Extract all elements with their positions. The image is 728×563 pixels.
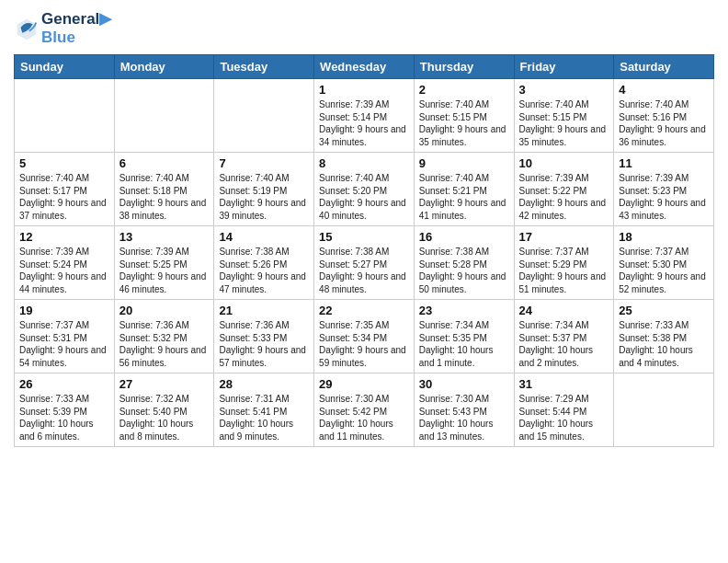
day-header-wednesday: Wednesday [314,55,415,79]
day-number: 11 [619,156,709,170]
day-number: 7 [219,156,309,170]
day-number: 23 [419,304,509,317]
day-number: 1 [319,83,409,97]
calendar-cell: 2Sunrise: 7:40 AM Sunset: 5:15 PM Daylig… [414,79,514,153]
calendar-cell: 6Sunrise: 7:40 AM Sunset: 5:18 PM Daylig… [114,153,214,226]
day-number: 27 [119,377,210,391]
day-number: 10 [519,156,609,170]
calendar-cell: 21Sunrise: 7:36 AM Sunset: 5:33 PM Dayli… [214,300,314,373]
calendar-cell: 24Sunrise: 7:34 AM Sunset: 5:37 PM Dayli… [514,300,614,373]
day-number: 5 [19,156,109,170]
calendar-cell: 8Sunrise: 7:40 AM Sunset: 5:20 PM Daylig… [314,153,415,226]
day-number: 13 [119,230,210,244]
logo-text: General▶ Blue [41,9,111,47]
calendar-week-row: 19Sunrise: 7:37 AM Sunset: 5:31 PM Dayli… [15,300,714,373]
cell-info: Sunrise: 7:34 AM Sunset: 5:35 PM Dayligh… [419,319,509,369]
calendar-cell: 15Sunrise: 7:38 AM Sunset: 5:27 PM Dayli… [314,226,415,300]
cell-info: Sunrise: 7:40 AM Sunset: 5:19 PM Dayligh… [219,172,309,222]
calendar-cell: 14Sunrise: 7:38 AM Sunset: 5:26 PM Dayli… [214,226,314,300]
day-number: 30 [419,377,509,391]
cell-info: Sunrise: 7:36 AM Sunset: 5:32 PM Dayligh… [119,319,210,369]
day-number: 26 [19,377,109,391]
calendar-cell: 3Sunrise: 7:40 AM Sunset: 5:15 PM Daylig… [514,79,614,153]
calendar-cell: 22Sunrise: 7:35 AM Sunset: 5:34 PM Dayli… [314,300,415,373]
cell-info: Sunrise: 7:30 AM Sunset: 5:42 PM Dayligh… [319,393,409,442]
day-number: 4 [619,83,709,97]
calendar-week-row: 5Sunrise: 7:40 AM Sunset: 5:17 PM Daylig… [15,153,714,226]
cell-info: Sunrise: 7:40 AM Sunset: 5:15 PM Dayligh… [419,98,509,148]
calendar-cell: 4Sunrise: 7:40 AM Sunset: 5:16 PM Daylig… [614,79,714,153]
day-number: 14 [219,230,309,244]
cell-info: Sunrise: 7:37 AM Sunset: 5:29 PM Dayligh… [519,246,609,295]
day-number: 24 [519,304,609,317]
calendar-cell: 18Sunrise: 7:37 AM Sunset: 5:30 PM Dayli… [614,226,714,300]
day-header-monday: Monday [114,55,214,79]
cell-info: Sunrise: 7:38 AM Sunset: 5:27 PM Dayligh… [319,246,409,295]
calendar-cell: 28Sunrise: 7:31 AM Sunset: 5:41 PM Dayli… [214,373,314,447]
calendar-cell: 11Sunrise: 7:39 AM Sunset: 5:23 PM Dayli… [614,153,714,226]
cell-info: Sunrise: 7:33 AM Sunset: 5:39 PM Dayligh… [19,393,109,442]
cell-info: Sunrise: 7:32 AM Sunset: 5:40 PM Dayligh… [119,393,210,442]
cell-info: Sunrise: 7:40 AM Sunset: 5:16 PM Dayligh… [619,98,709,148]
calendar-cell: 20Sunrise: 7:36 AM Sunset: 5:32 PM Dayli… [114,300,214,373]
cell-info: Sunrise: 7:34 AM Sunset: 5:37 PM Dayligh… [519,319,609,369]
day-number: 18 [619,230,709,244]
calendar-week-row: 1Sunrise: 7:39 AM Sunset: 5:14 PM Daylig… [15,79,714,153]
cell-info: Sunrise: 7:37 AM Sunset: 5:31 PM Dayligh… [19,319,109,369]
calendar-cell: 25Sunrise: 7:33 AM Sunset: 5:38 PM Dayli… [614,300,714,373]
day-number: 12 [19,230,109,244]
cell-info: Sunrise: 7:36 AM Sunset: 5:33 PM Dayligh… [219,319,309,369]
cell-info: Sunrise: 7:40 AM Sunset: 5:17 PM Dayligh… [19,172,109,222]
cell-info: Sunrise: 7:30 AM Sunset: 5:43 PM Dayligh… [419,393,509,442]
cell-info: Sunrise: 7:38 AM Sunset: 5:28 PM Dayligh… [419,246,509,295]
calendar-cell: 16Sunrise: 7:38 AM Sunset: 5:28 PM Dayli… [414,226,514,300]
cell-info: Sunrise: 7:39 AM Sunset: 5:22 PM Dayligh… [519,172,609,222]
cell-info: Sunrise: 7:35 AM Sunset: 5:34 PM Dayligh… [319,319,409,369]
calendar-week-row: 12Sunrise: 7:39 AM Sunset: 5:24 PM Dayli… [15,226,714,300]
day-number: 8 [319,156,409,170]
calendar-week-row: 26Sunrise: 7:33 AM Sunset: 5:39 PM Dayli… [15,373,714,447]
cell-info: Sunrise: 7:40 AM Sunset: 5:18 PM Dayligh… [119,172,210,222]
day-number: 2 [419,83,509,97]
calendar: SundayMondayTuesdayWednesdayThursdayFrid… [14,54,714,447]
day-header-sunday: Sunday [15,55,115,79]
calendar-cell: 27Sunrise: 7:32 AM Sunset: 5:40 PM Dayli… [114,373,214,447]
calendar-cell [15,79,115,153]
calendar-cell [614,373,714,447]
calendar-cell: 19Sunrise: 7:37 AM Sunset: 5:31 PM Dayli… [15,300,115,373]
calendar-cell: 23Sunrise: 7:34 AM Sunset: 5:35 PM Dayli… [414,300,514,373]
day-number: 31 [519,377,609,391]
cell-info: Sunrise: 7:31 AM Sunset: 5:41 PM Dayligh… [219,393,309,442]
day-number: 21 [219,304,309,317]
cell-info: Sunrise: 7:40 AM Sunset: 5:15 PM Dayligh… [519,98,609,148]
cell-info: Sunrise: 7:39 AM Sunset: 5:23 PM Dayligh… [619,172,709,222]
logo: General▶ Blue [14,9,111,47]
calendar-cell: 7Sunrise: 7:40 AM Sunset: 5:19 PM Daylig… [214,153,314,226]
calendar-header-row: SundayMondayTuesdayWednesdayThursdayFrid… [15,55,714,79]
calendar-cell: 13Sunrise: 7:39 AM Sunset: 5:25 PM Dayli… [114,226,214,300]
page: General▶ Blue SundayMondayTuesdayWednesd… [0,0,728,563]
day-header-saturday: Saturday [614,55,714,79]
cell-info: Sunrise: 7:40 AM Sunset: 5:20 PM Dayligh… [319,172,409,222]
day-header-friday: Friday [514,55,614,79]
calendar-cell: 26Sunrise: 7:33 AM Sunset: 5:39 PM Dayli… [15,373,115,447]
calendar-cell [114,79,214,153]
calendar-cell: 1Sunrise: 7:39 AM Sunset: 5:14 PM Daylig… [314,79,415,153]
day-number: 3 [519,83,609,97]
calendar-cell [214,79,314,153]
calendar-cell: 31Sunrise: 7:29 AM Sunset: 5:44 PM Dayli… [514,373,614,447]
day-number: 17 [519,230,609,244]
calendar-cell: 5Sunrise: 7:40 AM Sunset: 5:17 PM Daylig… [15,153,115,226]
calendar-cell: 12Sunrise: 7:39 AM Sunset: 5:24 PM Dayli… [15,226,115,300]
day-number: 22 [319,304,409,317]
day-number: 25 [619,304,709,317]
cell-info: Sunrise: 7:39 AM Sunset: 5:14 PM Dayligh… [319,98,409,148]
cell-info: Sunrise: 7:39 AM Sunset: 5:25 PM Dayligh… [119,246,210,295]
day-number: 19 [19,304,109,317]
logo-icon [14,16,40,41]
cell-info: Sunrise: 7:29 AM Sunset: 5:44 PM Dayligh… [519,393,609,442]
day-number: 9 [419,156,509,170]
day-number: 16 [419,230,509,244]
cell-info: Sunrise: 7:39 AM Sunset: 5:24 PM Dayligh… [19,246,109,295]
day-number: 20 [119,304,210,317]
